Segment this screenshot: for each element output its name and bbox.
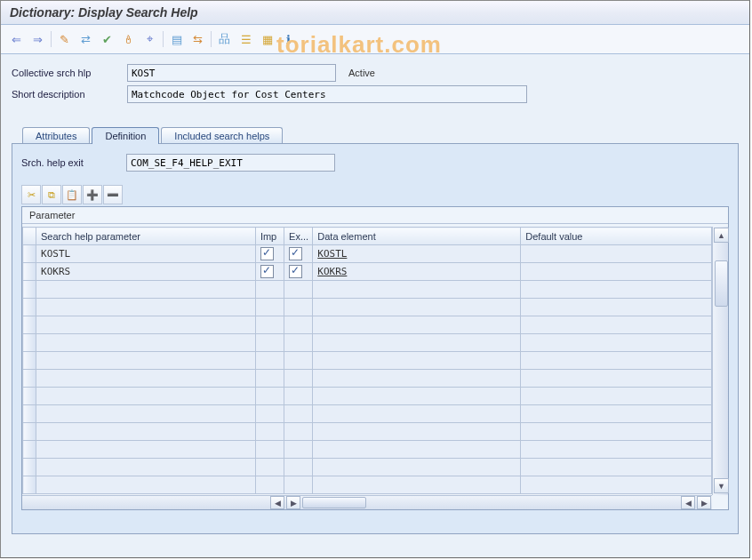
cell-data-element[interactable]: [313, 405, 521, 423]
cell-imp[interactable]: [255, 263, 284, 281]
row-selector[interactable]: [23, 388, 36, 405]
row-selector[interactable]: [23, 334, 36, 352]
short-description-input[interactable]: Matchcode Object for Cost Centers: [127, 85, 527, 103]
cell-default-value[interactable]: [521, 459, 712, 476]
cell-default-value[interactable]: [521, 388, 712, 405]
delete-row-icon[interactable]: ➖: [103, 185, 123, 204]
cell-data-element[interactable]: [313, 299, 521, 316]
cell-param[interactable]: [36, 388, 256, 405]
cell-data-element[interactable]: [313, 476, 521, 494]
row-selector[interactable]: [23, 245, 36, 263]
cell-imp[interactable]: [255, 245, 284, 263]
cell-exp[interactable]: [284, 441, 313, 459]
insert-row-icon[interactable]: ➕: [83, 185, 102, 204]
table-row[interactable]: [23, 388, 712, 405]
copy-icon[interactable]: ⧉: [42, 185, 61, 204]
cell-exp[interactable]: [284, 388, 313, 405]
documentation-icon[interactable]: ▦: [257, 29, 277, 49]
cell-imp[interactable]: [255, 281, 284, 299]
cell-default-value[interactable]: [521, 299, 712, 316]
row-selector[interactable]: [23, 441, 36, 459]
where-used-icon[interactable]: ⌖: [140, 29, 160, 49]
col-param[interactable]: Search help parameter: [36, 228, 256, 245]
cell-param[interactable]: [36, 370, 256, 388]
cell-imp[interactable]: [255, 316, 284, 334]
vertical-scrollbar[interactable]: ▲ ▼: [712, 227, 728, 495]
table-row[interactable]: [23, 334, 712, 352]
cell-data-element[interactable]: KOKRS: [313, 263, 521, 281]
row-selector[interactable]: [23, 370, 36, 388]
checkbox-imp[interactable]: [260, 247, 274, 260]
table-row[interactable]: [23, 316, 712, 334]
cell-param[interactable]: KOKRS: [36, 263, 256, 281]
cell-imp[interactable]: [255, 459, 284, 476]
cell-default-value[interactable]: [521, 405, 712, 423]
checkbox-exp[interactable]: [289, 265, 302, 278]
table-row[interactable]: [23, 370, 712, 388]
cell-param[interactable]: [36, 281, 256, 299]
cell-exp[interactable]: [284, 423, 313, 441]
row-selector[interactable]: [23, 316, 36, 334]
cell-data-element[interactable]: [313, 370, 521, 388]
cell-param[interactable]: [36, 441, 256, 459]
cell-default-value[interactable]: [521, 370, 712, 388]
horizontal-scrollbar[interactable]: ◀ ▶ ◀ ▶: [22, 495, 712, 509]
cell-data-element[interactable]: [313, 281, 521, 299]
cell-default-value[interactable]: [521, 316, 712, 334]
cell-default-value[interactable]: [521, 281, 712, 299]
table-row[interactable]: [23, 405, 712, 423]
cell-default-value[interactable]: [521, 334, 712, 352]
cell-default-value[interactable]: [521, 263, 712, 281]
row-selector[interactable]: [23, 459, 36, 476]
col-exp[interactable]: Ex...: [284, 228, 313, 245]
cell-exp[interactable]: [284, 405, 313, 423]
display-list-icon[interactable]: ▤: [166, 29, 187, 49]
cell-exp[interactable]: [284, 459, 313, 476]
cell-exp[interactable]: [284, 370, 313, 388]
row-selector[interactable]: [23, 405, 36, 423]
tree-icon[interactable]: 品: [214, 29, 235, 49]
table-row[interactable]: [23, 281, 712, 299]
cell-imp[interactable]: [255, 441, 284, 459]
cell-default-value[interactable]: [521, 476, 712, 494]
cell-param[interactable]: [36, 334, 256, 352]
collective-srch-hlp-input[interactable]: KOST: [127, 64, 336, 82]
cell-imp[interactable]: [255, 334, 284, 352]
scroll-thumb[interactable]: [715, 260, 728, 307]
scroll-right-icon[interactable]: ▶: [286, 496, 300, 509]
cell-param[interactable]: KOSTL: [36, 245, 256, 263]
cell-default-value[interactable]: [521, 245, 712, 263]
table-row[interactable]: [23, 352, 712, 370]
cell-imp[interactable]: [255, 352, 284, 370]
cell-exp[interactable]: [284, 316, 313, 334]
parameter-table[interactable]: Search help parameter Imp Ex... Data ele…: [22, 227, 712, 494]
cell-data-element[interactable]: [313, 316, 521, 334]
row-selector[interactable]: [23, 352, 36, 370]
cell-param[interactable]: [36, 299, 256, 316]
cell-default-value[interactable]: [521, 352, 712, 370]
cell-data-element[interactable]: [313, 334, 521, 352]
cell-exp[interactable]: [284, 352, 313, 370]
cell-exp[interactable]: [284, 476, 313, 494]
scroll-up-icon[interactable]: ▲: [714, 228, 729, 243]
col-imp[interactable]: Imp: [255, 228, 284, 245]
cell-default-value[interactable]: [521, 441, 712, 459]
row-selector[interactable]: [23, 281, 36, 299]
col-data-element[interactable]: Data element: [313, 228, 521, 245]
cell-imp[interactable]: [255, 388, 284, 405]
cell-exp[interactable]: [284, 263, 313, 281]
table-row[interactable]: [23, 299, 712, 316]
row-selector[interactable]: [23, 263, 36, 281]
cell-imp[interactable]: [255, 370, 284, 388]
cell-imp[interactable]: [255, 299, 284, 316]
checkbox-exp[interactable]: [289, 247, 302, 260]
forward-icon[interactable]: ⇒: [28, 29, 48, 49]
table-row[interactable]: [23, 459, 712, 476]
row-selector[interactable]: [23, 423, 36, 441]
row-selector[interactable]: [23, 476, 36, 494]
cell-exp[interactable]: [284, 281, 313, 299]
cell-data-element[interactable]: KOSTL: [313, 245, 521, 263]
cell-imp[interactable]: [255, 405, 284, 423]
cell-param[interactable]: [36, 476, 256, 494]
cell-data-element[interactable]: [313, 352, 521, 370]
